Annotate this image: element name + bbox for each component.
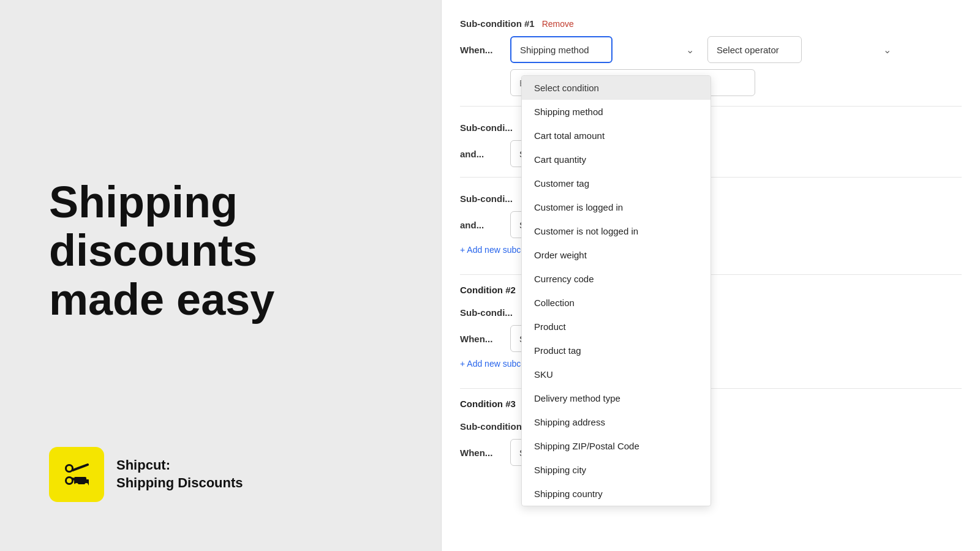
hero-line2: discounts <box>49 226 257 275</box>
dropdown-item-1[interactable]: Shipping method <box>522 100 710 124</box>
dropdown-item-7[interactable]: Order weight <box>522 243 710 267</box>
brand-text: Shipcut: Shipping Discounts <box>116 457 243 492</box>
brand-icon <box>49 447 104 502</box>
dropdown-item-16[interactable]: Shipping city <box>522 458 710 482</box>
dropdown-item-2[interactable]: Cart total amount <box>522 124 710 148</box>
brand-block: Shipcut: Shipping Discounts <box>49 447 243 502</box>
hero-line3: made easy <box>49 275 274 324</box>
subcondition1-header: Sub-condition #1 Remove <box>460 12 962 29</box>
brand-name-line2: Shipping Discounts <box>116 474 243 492</box>
dropdown-item-8[interactable]: Currency code <box>522 267 710 291</box>
subcondition2-label: Sub-condi... <box>460 122 513 133</box>
select-operator-select[interactable]: Select operator <box>707 36 802 63</box>
shipping-method-select[interactable]: Shipping method <box>510 36 612 63</box>
right-panel: Sub-condition #1 Remove When... Shipping… <box>441 0 980 551</box>
dropdown-item-5[interactable]: Customer is logged in <box>522 195 710 219</box>
dropdown-item-3[interactable]: Cart quantity <box>522 148 710 171</box>
hero-title: Shipping discounts made easy <box>49 178 392 324</box>
dropdown-item-13[interactable]: Delivery method type <box>522 386 710 410</box>
brand-name-line1: Shipcut: <box>116 457 243 474</box>
dropdown-item-0[interactable]: Select condition <box>522 76 710 100</box>
and-label-2: and... <box>460 220 503 230</box>
right-content: Sub-condition #1 Remove When... Shipping… <box>442 0 980 551</box>
dropdown-item-4[interactable]: Customer tag <box>522 171 710 195</box>
when-label-3: When... <box>460 448 503 458</box>
dropdown-item-14[interactable]: Shipping address <box>522 410 710 434</box>
dropdown-item-15[interactable]: Shipping ZIP/Postal Code <box>522 434 710 458</box>
and-label-1: and... <box>460 149 503 159</box>
when-label-2: When... <box>460 334 503 344</box>
subcondition1-label: Sub-condition #1 <box>460 18 535 29</box>
shipping-method-select-wrapper[interactable]: Shipping method ⌄ <box>510 36 700 63</box>
dropdown-item-6[interactable]: Customer is not logged in <box>522 219 710 243</box>
chevron-down-icon: ⌄ <box>686 44 694 56</box>
dropdown-item-12[interactable]: SKU <box>522 362 710 386</box>
select-operator-wrapper[interactable]: Select operator ⌄ <box>707 36 897 63</box>
svg-point-8 <box>75 483 78 487</box>
condition-dropdown[interactable]: Select conditionShipping methodCart tota… <box>521 75 711 506</box>
left-panel: Shipping discounts made easy Shipcut: <box>0 0 441 551</box>
when-label-1: When... <box>460 45 503 55</box>
subcondition4-label: Sub-condi... <box>460 307 513 318</box>
when-row-1: When... Shipping method ⌄ Select operato… <box>460 36 962 63</box>
remove-link[interactable]: Remove <box>542 19 574 29</box>
svg-point-3 <box>67 478 72 483</box>
svg-point-1 <box>67 466 72 471</box>
svg-point-9 <box>85 483 88 487</box>
dropdown-item-11[interactable]: Product tag <box>522 339 710 362</box>
subcondition3-label: Sub-condi... <box>460 193 513 204</box>
dropdown-item-10[interactable]: Product <box>522 315 710 339</box>
hero-line1: Shipping <box>49 178 238 227</box>
dropdown-item-9[interactable]: Collection <box>522 291 710 315</box>
dropdown-item-17[interactable]: Shipping country <box>522 482 710 506</box>
svg-line-4 <box>73 465 88 470</box>
chevron-down-icon-2: ⌄ <box>883 44 891 56</box>
